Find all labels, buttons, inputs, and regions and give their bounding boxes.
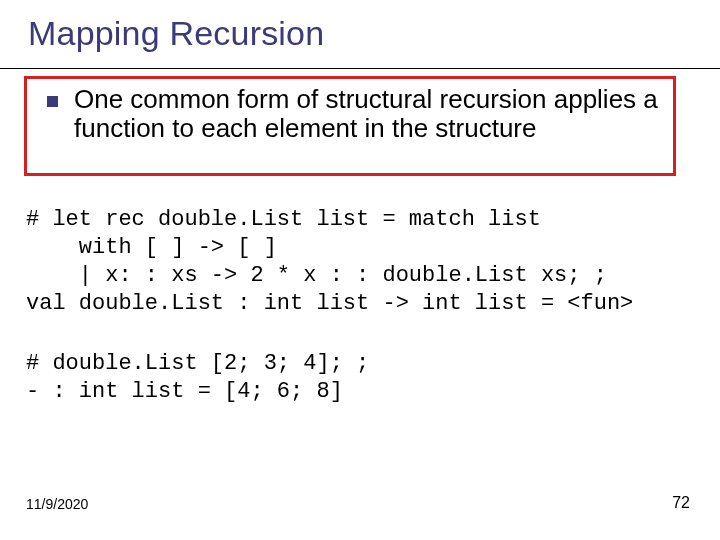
square-bullet-icon	[47, 96, 58, 107]
slide: Mapping Recursion One common form of str…	[0, 0, 720, 540]
bullet-text: One common form of structural recursion …	[74, 85, 659, 142]
title-underline	[0, 68, 720, 69]
footer-date: 11/9/2020	[26, 496, 88, 512]
slide-title: Mapping Recursion	[28, 14, 324, 53]
code-block-evaluation: # double.List [2; 3; 4]; ; - : int list …	[26, 350, 369, 406]
highlight-box: One common form of structural recursion …	[24, 76, 676, 176]
footer-page-number: 72	[672, 494, 690, 512]
bullet-item: One common form of structural recursion …	[47, 85, 659, 142]
code-block-definition: # let rec double.List list = match list …	[26, 206, 633, 319]
